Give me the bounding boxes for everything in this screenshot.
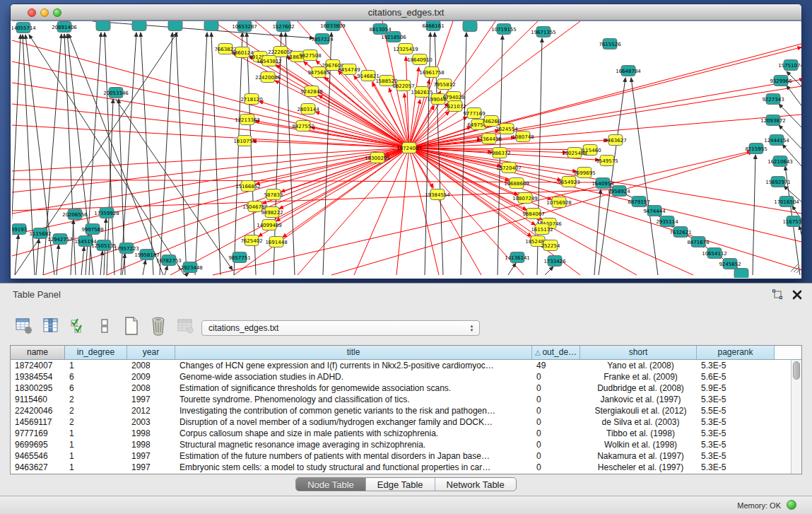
black-edge[interactable] bbox=[753, 155, 755, 275]
column-header-out_de[interactable]: △ out_de… bbox=[532, 346, 580, 359]
cell-out_de[interactable]: 49 bbox=[532, 360, 580, 371]
black-edge[interactable] bbox=[599, 78, 625, 275]
red-edge[interactable] bbox=[252, 141, 409, 148]
black-edge[interactable] bbox=[545, 267, 553, 275]
cell-pagerank[interactable]: 5.3E-5 bbox=[697, 462, 775, 473]
graph-node[interactable]: 12444154 bbox=[764, 135, 789, 146]
red-edge[interactable] bbox=[12, 40, 409, 148]
graph-node[interactable]: 7615526 bbox=[599, 39, 621, 49]
graph-node[interactable]: 19384554 bbox=[425, 189, 450, 200]
cell-out_de[interactable]: 0 bbox=[532, 371, 580, 382]
cell-out_de[interactable]: 0 bbox=[532, 428, 580, 439]
resize-grip-icon[interactable] bbox=[791, 264, 798, 271]
table-row[interactable]: 946362711997Embryonic stem cells: a mode… bbox=[11, 462, 791, 473]
graph-node[interactable]: 20206556 bbox=[62, 209, 88, 220]
cell-name[interactable]: 9463627 bbox=[11, 462, 65, 473]
graph-node[interactable]: 14055714 bbox=[12, 23, 36, 33]
table-row[interactable]: 2242004622012Investigating the contribut… bbox=[11, 405, 791, 416]
memory-status-indicator[interactable] bbox=[787, 500, 796, 510]
graph-node[interactable] bbox=[734, 269, 748, 279]
cell-pagerank[interactable]: 5.3E-5 bbox=[697, 416, 775, 428]
cell-in_degree[interactable]: 2 bbox=[65, 394, 127, 405]
black-edge[interactable] bbox=[631, 78, 658, 275]
graph-node[interactable]: 10654112 bbox=[702, 248, 727, 259]
graph-node[interactable]: 1167534 bbox=[782, 216, 801, 227]
show-column-icon[interactable] bbox=[41, 315, 61, 337]
graph-node[interactable] bbox=[96, 21, 110, 31]
cell-out_de[interactable]: 0 bbox=[532, 450, 580, 462]
cell-name[interactable]: 9115460 bbox=[11, 394, 65, 405]
window-titlebar[interactable]: citations_edges.txt bbox=[11, 4, 801, 21]
cell-year[interactable]: 1998 bbox=[127, 439, 175, 450]
column-header-pagerank[interactable]: pagerank bbox=[697, 346, 775, 359]
close-panel-icon[interactable] bbox=[791, 288, 804, 301]
table-selector-dropdown[interactable]: citations_edges.txt ▲▼ bbox=[201, 320, 480, 336]
scrollbar-thumb[interactable] bbox=[793, 361, 800, 380]
cell-out_de[interactable]: 0 bbox=[532, 394, 580, 405]
cell-year[interactable]: 2008 bbox=[127, 360, 175, 371]
cell-title[interactable]: Structural magnetic resonance image aver… bbox=[175, 439, 532, 450]
graph-node[interactable]: 10688609 bbox=[504, 178, 529, 189]
cell-title[interactable]: Estimation of significance thresholds fo… bbox=[175, 382, 532, 394]
cell-title[interactable]: Genome-wide association studies in ADHD. bbox=[175, 371, 532, 382]
black-edge[interactable] bbox=[160, 33, 172, 275]
graph-node[interactable]: 15166852 bbox=[235, 181, 261, 192]
black-edge[interactable] bbox=[286, 33, 295, 275]
table-row[interactable]: 1830029562008Estimation of significance … bbox=[11, 382, 791, 394]
black-edge[interactable] bbox=[799, 226, 801, 240]
graph-node[interactable]: 14136141 bbox=[505, 252, 530, 263]
graph-node[interactable]: 746266 bbox=[482, 116, 501, 127]
cell-title[interactable]: Tourette syndrome. Phenomenology and cla… bbox=[175, 394, 532, 405]
cell-title[interactable]: Investigating the contribution of common… bbox=[175, 405, 532, 416]
cell-short[interactable]: de Silva et al. (2003) bbox=[580, 416, 697, 428]
cell-out_de[interactable]: 0 bbox=[532, 416, 580, 428]
cell-in_degree[interactable]: 6 bbox=[65, 371, 127, 382]
cell-name[interactable]: 18300295 bbox=[11, 382, 65, 394]
cell-year[interactable]: 1997 bbox=[127, 462, 175, 473]
graph-node[interactable]: 9654923 bbox=[558, 177, 579, 187]
cell-in_degree[interactable]: 1 bbox=[65, 360, 127, 371]
graph-node[interactable]: 19671355 bbox=[531, 27, 556, 37]
graph-node[interactable]: 10719155 bbox=[491, 24, 517, 35]
cell-short[interactable]: Yano et al. (2008) bbox=[580, 360, 697, 371]
network-window[interactable]: citations_edges.txt 14055714208914061065… bbox=[10, 4, 802, 279]
black-edge[interactable] bbox=[71, 220, 73, 275]
graph-node[interactable]: 6879197 bbox=[628, 197, 649, 207]
graph-node[interactable]: 7857224 bbox=[311, 34, 334, 45]
cell-short[interactable]: Franke et al. (2009) bbox=[580, 371, 697, 382]
graph-node[interactable]: 1527602 bbox=[272, 21, 294, 32]
graph-node[interactable]: 9474444 bbox=[643, 206, 666, 216]
black-edge[interactable] bbox=[787, 86, 801, 107]
tab-node-table[interactable]: Node Table bbox=[296, 478, 366, 491]
graph-node[interactable]: 20891406 bbox=[52, 22, 77, 33]
cell-title[interactable]: Changes of HCN gene expression and I(f) … bbox=[175, 360, 532, 371]
graph-node[interactable]: 587833 bbox=[264, 189, 283, 200]
cell-year[interactable]: 2012 bbox=[127, 405, 175, 416]
graph-node[interactable]: 2935114 bbox=[656, 216, 678, 227]
black-edge[interactable] bbox=[461, 33, 466, 275]
cell-year[interactable]: 2008 bbox=[127, 382, 175, 394]
black-edge[interactable] bbox=[176, 33, 187, 275]
cell-short[interactable]: Wolkin et al. (1998) bbox=[580, 439, 697, 450]
graph-node[interactable]: 7625402 bbox=[240, 235, 262, 246]
graph-node[interactable]: 8427552 bbox=[292, 121, 314, 132]
cell-in_degree[interactable]: 2 bbox=[65, 416, 127, 428]
black-edge[interactable] bbox=[195, 33, 207, 275]
cell-in_degree[interactable]: 6 bbox=[65, 382, 127, 394]
cell-name[interactable]: 9699695 bbox=[11, 439, 65, 450]
black-edge[interactable] bbox=[12, 35, 20, 275]
graph-node[interactable]: 10653287 bbox=[232, 21, 257, 32]
table-vertical-scrollbar[interactable] bbox=[791, 360, 801, 474]
graph-node[interactable] bbox=[132, 21, 146, 31]
graph-node[interactable]: 9857751 bbox=[228, 252, 250, 263]
red-edge[interactable] bbox=[275, 81, 409, 148]
cell-in_degree[interactable]: 2 bbox=[65, 405, 127, 416]
cell-short[interactable]: Stergiakouli et al. (2012) bbox=[580, 405, 697, 416]
cell-title[interactable]: Corpus callosum shape and size in male p… bbox=[175, 428, 532, 439]
black-edge[interactable] bbox=[508, 263, 516, 275]
table-row[interactable]: 1938455462009Genome-wide association stu… bbox=[11, 371, 791, 382]
graph-node[interactable]: 6466161 bbox=[422, 21, 444, 31]
graph-node[interactable]: 9245652 bbox=[719, 259, 741, 269]
cell-year[interactable]: 2009 bbox=[127, 371, 175, 382]
graph-node[interactable]: 16648784 bbox=[616, 66, 641, 76]
